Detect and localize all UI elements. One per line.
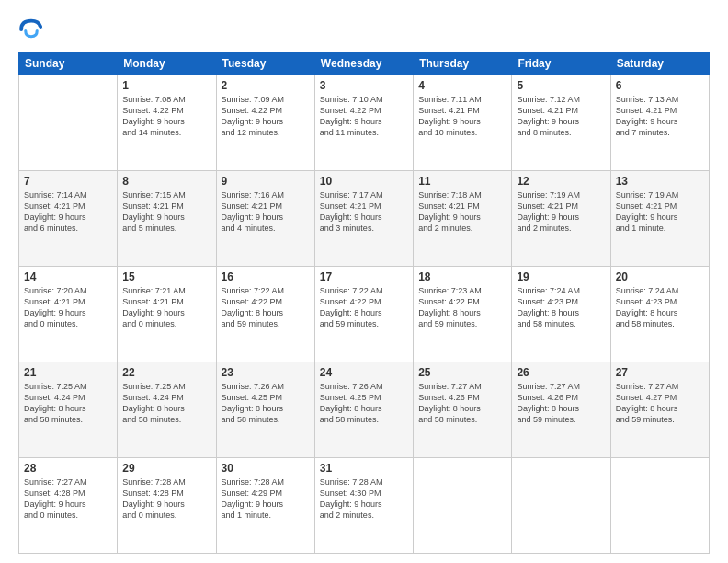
day-info: Sunrise: 7:25 AM Sunset: 4:24 PM Dayligh… (122, 381, 210, 426)
calendar-cell: 23Sunrise: 7:26 AM Sunset: 4:25 PM Dayli… (216, 362, 314, 458)
day-info: Sunrise: 7:23 AM Sunset: 4:22 PM Dayligh… (418, 285, 506, 330)
day-number: 6 (616, 79, 704, 92)
calendar-cell: 31Sunrise: 7:28 AM Sunset: 4:30 PM Dayli… (314, 458, 413, 554)
day-info: Sunrise: 7:26 AM Sunset: 4:25 PM Dayligh… (320, 381, 408, 426)
calendar-cell: 7Sunrise: 7:14 AM Sunset: 4:21 PM Daylig… (19, 171, 118, 267)
day-number: 1 (122, 79, 210, 92)
day-number: 27 (616, 366, 704, 379)
day-info: Sunrise: 7:21 AM Sunset: 4:21 PM Dayligh… (122, 285, 210, 330)
calendar-cell: 8Sunrise: 7:15 AM Sunset: 4:21 PM Daylig… (118, 171, 216, 267)
calendar-cell: 17Sunrise: 7:22 AM Sunset: 4:22 PM Dayli… (314, 267, 413, 362)
day-info: Sunrise: 7:20 AM Sunset: 4:21 PM Dayligh… (24, 285, 112, 330)
calendar-cell: 3Sunrise: 7:10 AM Sunset: 4:22 PM Daylig… (314, 75, 413, 171)
day-header-saturday: Saturday (610, 52, 709, 75)
day-info: Sunrise: 7:12 AM Sunset: 4:21 PM Dayligh… (517, 94, 605, 139)
calendar-cell (610, 458, 709, 554)
days-header-row: SundayMondayTuesdayWednesdayThursdayFrid… (19, 52, 710, 75)
day-number: 30 (222, 462, 310, 475)
week-row-5: 28Sunrise: 7:27 AM Sunset: 4:28 PM Dayli… (19, 458, 710, 554)
day-info: Sunrise: 7:18 AM Sunset: 4:21 PM Dayligh… (418, 190, 506, 235)
calendar-cell: 20Sunrise: 7:24 AM Sunset: 4:23 PM Dayli… (610, 267, 709, 362)
day-info: Sunrise: 7:15 AM Sunset: 4:21 PM Dayligh… (122, 190, 210, 235)
day-info: Sunrise: 7:13 AM Sunset: 4:21 PM Dayligh… (616, 94, 704, 139)
day-number: 11 (418, 175, 506, 188)
calendar-cell: 15Sunrise: 7:21 AM Sunset: 4:21 PM Dayli… (118, 267, 216, 362)
calendar-cell (414, 458, 512, 554)
week-row-4: 21Sunrise: 7:25 AM Sunset: 4:24 PM Dayli… (19, 362, 710, 458)
day-number: 22 (122, 366, 210, 379)
day-number: 26 (517, 366, 605, 379)
day-number: 8 (122, 175, 210, 188)
day-number: 7 (24, 175, 112, 188)
header (18, 17, 710, 42)
calendar-cell: 10Sunrise: 7:17 AM Sunset: 4:21 PM Dayli… (314, 171, 413, 267)
calendar-cell: 14Sunrise: 7:20 AM Sunset: 4:21 PM Dayli… (19, 267, 118, 362)
day-info: Sunrise: 7:28 AM Sunset: 4:29 PM Dayligh… (222, 477, 310, 522)
calendar-cell: 21Sunrise: 7:25 AM Sunset: 4:24 PM Dayli… (19, 362, 118, 458)
day-info: Sunrise: 7:19 AM Sunset: 4:21 PM Dayligh… (616, 190, 704, 235)
day-info: Sunrise: 7:08 AM Sunset: 4:22 PM Dayligh… (122, 94, 210, 139)
day-number: 20 (616, 270, 704, 283)
calendar-cell: 13Sunrise: 7:19 AM Sunset: 4:21 PM Dayli… (610, 171, 709, 267)
week-row-1: 1Sunrise: 7:08 AM Sunset: 4:22 PM Daylig… (19, 75, 710, 171)
logo (18, 17, 48, 42)
day-info: Sunrise: 7:09 AM Sunset: 4:22 PM Dayligh… (222, 94, 310, 139)
day-info: Sunrise: 7:17 AM Sunset: 4:21 PM Dayligh… (320, 190, 408, 235)
calendar-cell: 30Sunrise: 7:28 AM Sunset: 4:29 PM Dayli… (216, 458, 314, 554)
calendar-cell: 19Sunrise: 7:24 AM Sunset: 4:23 PM Dayli… (512, 267, 610, 362)
day-info: Sunrise: 7:27 AM Sunset: 4:26 PM Dayligh… (418, 381, 506, 426)
day-info: Sunrise: 7:22 AM Sunset: 4:22 PM Dayligh… (222, 285, 310, 330)
day-number: 13 (616, 175, 704, 188)
week-row-3: 14Sunrise: 7:20 AM Sunset: 4:21 PM Dayli… (19, 267, 710, 362)
day-number: 3 (320, 79, 408, 92)
day-info: Sunrise: 7:27 AM Sunset: 4:28 PM Dayligh… (24, 477, 112, 522)
day-info: Sunrise: 7:28 AM Sunset: 4:28 PM Dayligh… (122, 477, 210, 522)
calendar-cell: 11Sunrise: 7:18 AM Sunset: 4:21 PM Dayli… (414, 171, 512, 267)
day-number: 24 (320, 366, 408, 379)
calendar-cell: 4Sunrise: 7:11 AM Sunset: 4:21 PM Daylig… (414, 75, 512, 171)
day-info: Sunrise: 7:22 AM Sunset: 4:22 PM Dayligh… (320, 285, 408, 330)
calendar-cell: 5Sunrise: 7:12 AM Sunset: 4:21 PM Daylig… (512, 75, 610, 171)
day-info: Sunrise: 7:19 AM Sunset: 4:21 PM Dayligh… (517, 190, 605, 235)
calendar-cell: 2Sunrise: 7:09 AM Sunset: 4:22 PM Daylig… (216, 75, 314, 171)
calendar-cell: 25Sunrise: 7:27 AM Sunset: 4:26 PM Dayli… (414, 362, 512, 458)
calendar-cell: 26Sunrise: 7:27 AM Sunset: 4:26 PM Dayli… (512, 362, 610, 458)
calendar-cell: 16Sunrise: 7:22 AM Sunset: 4:22 PM Dayli… (216, 267, 314, 362)
day-number: 12 (517, 175, 605, 188)
calendar-cell (512, 458, 610, 554)
calendar: SundayMondayTuesdayWednesdayThursdayFrid… (18, 52, 710, 554)
calendar-cell: 29Sunrise: 7:28 AM Sunset: 4:28 PM Dayli… (118, 458, 216, 554)
day-info: Sunrise: 7:16 AM Sunset: 4:21 PM Dayligh… (222, 190, 310, 235)
day-header-friday: Friday (512, 52, 610, 75)
logo-icon (18, 17, 44, 42)
week-row-2: 7Sunrise: 7:14 AM Sunset: 4:21 PM Daylig… (19, 171, 710, 267)
calendar-cell: 18Sunrise: 7:23 AM Sunset: 4:22 PM Dayli… (414, 267, 512, 362)
day-info: Sunrise: 7:24 AM Sunset: 4:23 PM Dayligh… (517, 285, 605, 330)
day-number: 16 (222, 270, 310, 283)
calendar-cell: 12Sunrise: 7:19 AM Sunset: 4:21 PM Dayli… (512, 171, 610, 267)
day-header-wednesday: Wednesday (314, 52, 413, 75)
day-info: Sunrise: 7:11 AM Sunset: 4:21 PM Dayligh… (418, 94, 506, 139)
day-number: 15 (122, 270, 210, 283)
day-number: 14 (24, 270, 112, 283)
day-number: 23 (222, 366, 310, 379)
calendar-cell: 24Sunrise: 7:26 AM Sunset: 4:25 PM Dayli… (314, 362, 413, 458)
day-number: 17 (320, 270, 408, 283)
day-number: 5 (517, 79, 605, 92)
day-info: Sunrise: 7:24 AM Sunset: 4:23 PM Dayligh… (616, 285, 704, 330)
day-number: 10 (320, 175, 408, 188)
day-header-thursday: Thursday (414, 52, 512, 75)
day-info: Sunrise: 7:26 AM Sunset: 4:25 PM Dayligh… (222, 381, 310, 426)
calendar-body: 1Sunrise: 7:08 AM Sunset: 4:22 PM Daylig… (19, 75, 710, 554)
day-number: 28 (24, 462, 112, 475)
day-number: 19 (517, 270, 605, 283)
day-info: Sunrise: 7:27 AM Sunset: 4:26 PM Dayligh… (517, 381, 605, 426)
day-number: 4 (418, 79, 506, 92)
calendar-cell: 27Sunrise: 7:27 AM Sunset: 4:27 PM Dayli… (610, 362, 709, 458)
day-info: Sunrise: 7:28 AM Sunset: 4:30 PM Dayligh… (320, 477, 408, 522)
day-info: Sunrise: 7:10 AM Sunset: 4:22 PM Dayligh… (320, 94, 408, 139)
calendar-cell: 22Sunrise: 7:25 AM Sunset: 4:24 PM Dayli… (118, 362, 216, 458)
day-number: 18 (418, 270, 506, 283)
day-info: Sunrise: 7:27 AM Sunset: 4:27 PM Dayligh… (616, 381, 704, 426)
day-info: Sunrise: 7:14 AM Sunset: 4:21 PM Dayligh… (24, 190, 112, 235)
